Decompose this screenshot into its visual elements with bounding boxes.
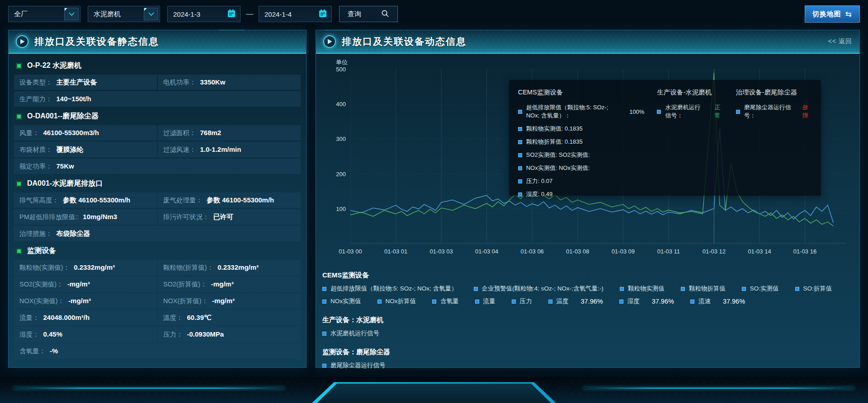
info-cell: SO2(实测值)：-mg/m³ bbox=[14, 276, 157, 292]
green-square-icon bbox=[16, 113, 22, 120]
x-tick-label: 01-03 06 bbox=[521, 248, 544, 255]
legend-item[interactable]: SO:实测值 bbox=[742, 283, 779, 295]
info-cell: NOX(实测值)：-mg/m³ bbox=[14, 293, 157, 309]
production-legend-heading: 生产设备：水泥磨机 bbox=[322, 316, 853, 324]
blue-square-icon bbox=[518, 166, 522, 170]
dynamic-info-header: 排放口及关联设备动态信息 << 返回 bbox=[316, 30, 859, 54]
blue-square-icon bbox=[377, 300, 382, 304]
plant-select-value: 全厂 bbox=[14, 10, 28, 19]
section-title: O-DA001--磨尾除尘器 bbox=[14, 108, 301, 124]
legend-item[interactable]: 流速37.96% bbox=[690, 295, 745, 307]
query-button[interactable]: 查询 bbox=[339, 6, 398, 22]
legend-item[interactable]: 含氧量 bbox=[432, 295, 459, 307]
info-row: SO2(实测值)：-mg/m³SO2(折算值)：-mg/m³ bbox=[14, 276, 301, 292]
device-select[interactable]: 水泥磨机 bbox=[88, 6, 160, 22]
x-tick-label: 01-03 14 bbox=[748, 248, 771, 255]
emission-line-chart: 单位 CEMS监测设备 超低排放限值（颗拉物:5: SOz-; NOx; 含氧量… bbox=[322, 56, 853, 264]
x-tick-label: 01-03 00 bbox=[339, 248, 362, 255]
legend-item[interactable]: NOx实测值 bbox=[322, 295, 361, 307]
info-row: NOX(实测值)：-mg/m³NOX(折算值)：-mg/m³ bbox=[14, 293, 301, 309]
info-cell: 含氧量：-% bbox=[14, 343, 301, 359]
calendar-icon[interactable] bbox=[226, 9, 236, 20]
legend-item[interactable]: 温度37.96% bbox=[548, 295, 603, 307]
calendar-icon[interactable] bbox=[318, 9, 328, 20]
blue-square-icon bbox=[518, 179, 522, 183]
y-tick-label: 200 bbox=[336, 170, 346, 177]
x-tick-label: 01-03 16 bbox=[793, 248, 816, 255]
blue-square-icon bbox=[322, 364, 326, 368]
tooltip-item: 压力: 0.07 bbox=[518, 177, 645, 185]
info-cell: 压力：-0.0930MPa bbox=[158, 327, 301, 342]
treatment-signal-label: 磨尾除尘器运行信号： bbox=[744, 103, 792, 120]
static-info-panel: 排放口及关联设备静态信息 O-P-22 水泥磨机设备类型：主要生产设备电机功率：… bbox=[8, 30, 307, 368]
info-row: 治理措施：布袋除尘器 bbox=[14, 226, 301, 241]
emission-dashboard: { "topbar": { "plant_select": {"value": … bbox=[0, 0, 868, 403]
info-cell: 温度：60.39℃ bbox=[158, 310, 301, 325]
production-legend-items: 水泥磨机运行信号 bbox=[322, 326, 853, 341]
green-square-icon bbox=[16, 248, 22, 254]
tooltip-item: 超低排放限值（颗拉物:5: SOz-; NOx; 含氧量）：100% bbox=[518, 103, 645, 120]
chart-plot-area: CEMS监测设备 超低排放限值（颗拉物:5: SOz-; NOx; 含氧量）：1… bbox=[350, 69, 846, 244]
legend-item[interactable]: SO:折算值 bbox=[795, 283, 832, 295]
dynamic-info-body: 单位 CEMS监测设备 超低排放限值（颗拉物:5: SOz-; NOx; 含氧量… bbox=[316, 54, 859, 378]
start-date-input[interactable]: 2024-1-3 bbox=[167, 6, 241, 22]
tooltip-cems-title: CEMS监测设备 bbox=[518, 88, 645, 97]
legend-item[interactable]: 超低排放限值（颗拉物:5: SOz-; NOx; 含氧量） bbox=[322, 283, 458, 295]
legend-item[interactable]: 颗粒物实测值 bbox=[620, 283, 665, 295]
info-row: 排气筒高度：参数 46100-55300m/h废气处理量：参数 46100-55… bbox=[14, 192, 301, 208]
info-cell: NOX(折算值)：-mg/m³ bbox=[158, 293, 301, 309]
legend-item[interactable]: 压力 bbox=[512, 295, 532, 307]
static-panel-title: 排放口及关联设备静态信息 bbox=[34, 35, 159, 48]
treatment-status: 故障 bbox=[802, 103, 812, 120]
info-cell: 湿度：0.45% bbox=[14, 327, 157, 342]
back-link[interactable]: << 返回 bbox=[828, 37, 852, 46]
end-date-value: 2024-1-4 bbox=[264, 10, 292, 18]
blue-square-icon bbox=[474, 287, 478, 291]
x-tick-label: 01-03 11 bbox=[657, 248, 680, 255]
legend-item[interactable]: NOx折算值 bbox=[377, 295, 416, 307]
dynamic-panel-title: 排放口及关联设备动态信息 bbox=[342, 35, 467, 48]
blue-square-icon bbox=[690, 300, 694, 304]
legend-item[interactable]: 湿度37.96% bbox=[619, 295, 674, 307]
info-cell: PM超低排排放限值::10mg/Nm3 bbox=[14, 209, 157, 225]
legend-item[interactable]: 颗粒物折算值 bbox=[681, 283, 726, 295]
footer-decoration bbox=[0, 377, 868, 403]
tooltip-production-column: 生产设备-水泥磨机 水泥磨机运行信号： 正常 bbox=[657, 88, 723, 187]
legend-item[interactable]: 水泥磨机运行信号 bbox=[322, 328, 379, 339]
blue-square-icon bbox=[518, 127, 522, 131]
info-cell: 风量：46100-55300m3/h bbox=[14, 125, 157, 141]
tooltip-item: SO2实测值: SO2实测值: bbox=[518, 151, 645, 159]
switch-map-button[interactable]: 切换地图 ⇆ bbox=[805, 5, 860, 23]
info-cell: 颗粒物(实测值)：0.2332mg/m³ bbox=[14, 260, 157, 275]
info-row: PM超低排排放限值::10mg/Nm3排污许可状况：已许可 bbox=[14, 209, 301, 225]
blue-square-icon bbox=[518, 192, 522, 197]
legend-item[interactable]: 流量 bbox=[475, 295, 495, 307]
chevron-down-icon[interactable] bbox=[64, 8, 79, 20]
legend-item[interactable]: 磨尾除尘器运行信号 bbox=[322, 360, 386, 371]
info-cell: 颗粒物(折算值)：0.2332mg/m³ bbox=[158, 260, 301, 275]
blue-square-icon bbox=[512, 300, 516, 304]
blue-square-icon bbox=[681, 287, 685, 291]
plant-select[interactable]: 全厂 bbox=[8, 6, 80, 22]
info-cell: 设备类型：主要生产设备 bbox=[14, 75, 157, 90]
footer-glow-line bbox=[583, 388, 854, 389]
tooltip-item: 水泥磨机运行信号： 正常 bbox=[657, 103, 723, 120]
end-date-input[interactable]: 2024-1-4 bbox=[259, 6, 332, 22]
tooltip-production-title: 生产设备-水泥磨机 bbox=[657, 88, 723, 97]
blue-square-icon bbox=[742, 287, 746, 291]
legend-item[interactable]: 企业预警值(颗粒物:4; sOz-; NOx-;含氧气量:-) bbox=[474, 283, 604, 295]
chevron-down-icon[interactable] bbox=[144, 8, 158, 20]
blue-square-icon bbox=[322, 300, 326, 304]
y-tick-label: 400 bbox=[336, 101, 346, 108]
footer-glow-line bbox=[14, 388, 285, 389]
info-row: 设备类型：主要生产设备电机功率：3350Kw bbox=[14, 75, 301, 90]
date-range-separator: — bbox=[246, 10, 253, 18]
y-tick-label: 100 bbox=[336, 205, 346, 212]
blue-square-icon bbox=[548, 300, 552, 304]
blue-square-icon bbox=[620, 287, 624, 291]
section-title: O-P-22 水泥磨机 bbox=[14, 57, 301, 73]
x-axis-labels: 01-03 0001-03 0101-03 0301-03 0401-03 06… bbox=[350, 248, 846, 256]
y-tick-label: 500 bbox=[336, 66, 346, 73]
info-row: 流量：24048.000m³/h温度：60.39℃ bbox=[14, 310, 301, 325]
blue-square-icon bbox=[432, 300, 436, 304]
